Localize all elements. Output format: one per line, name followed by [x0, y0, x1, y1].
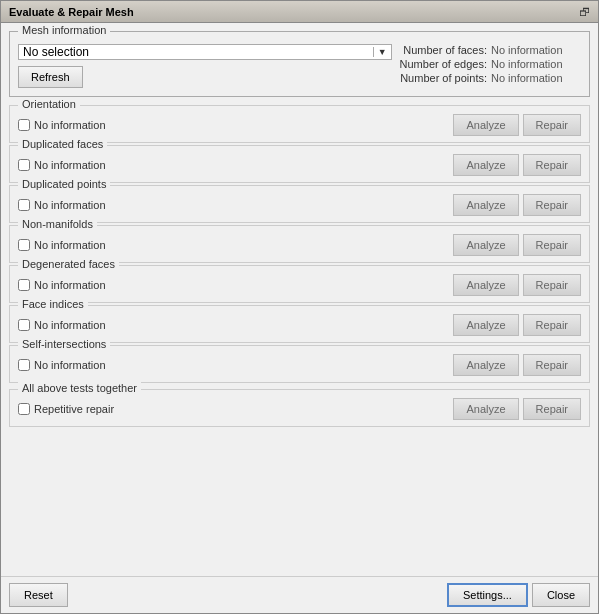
mesh-info-group: Mesh information No selection ▼ Refresh …: [9, 31, 590, 97]
section-checkbox-degenerated-faces[interactable]: [18, 279, 30, 291]
all-tests-repair-button[interactable]: Repair: [523, 398, 581, 420]
analyze-button-non-manifolds[interactable]: Analyze: [453, 234, 518, 256]
section-label-face-indices: No information: [34, 319, 106, 331]
mesh-stats: Number of faces: No information Number o…: [400, 44, 581, 88]
edges-stat: Number of edges: No information: [400, 58, 581, 70]
restore-icon[interactable]: 🗗: [579, 6, 590, 18]
section-buttons-duplicated-faces: Analyze Repair: [453, 154, 581, 176]
all-tests-buttons: Analyze Repair: [453, 398, 581, 420]
edges-label: Number of edges:: [400, 58, 487, 70]
refresh-button[interactable]: Refresh: [18, 66, 83, 88]
analyze-button-self-intersections[interactable]: Analyze: [453, 354, 518, 376]
section-buttons-degenerated-faces: Analyze Repair: [453, 274, 581, 296]
section-buttons-non-manifolds: Analyze Repair: [453, 234, 581, 256]
analyze-button-face-indices[interactable]: Analyze: [453, 314, 518, 336]
footer-left: Reset: [9, 583, 68, 607]
section-left-duplicated-points: No information: [18, 199, 106, 211]
section-content-self-intersections: No information Analyze Repair: [18, 354, 581, 376]
analyze-button-orientation[interactable]: Analyze: [453, 114, 518, 136]
section-buttons-face-indices: Analyze Repair: [453, 314, 581, 336]
points-value: No information: [491, 72, 581, 84]
main-content: Mesh information No selection ▼ Refresh …: [1, 23, 598, 576]
section-checkbox-duplicated-points[interactable]: [18, 199, 30, 211]
section-content-non-manifolds: No information Analyze Repair: [18, 234, 581, 256]
section-checkbox-self-intersections[interactable]: [18, 359, 30, 371]
repair-button-orientation[interactable]: Repair: [523, 114, 581, 136]
main-window: Evaluate & Repair Mesh 🗗 Mesh informatio…: [0, 0, 599, 614]
reset-button[interactable]: Reset: [9, 583, 68, 607]
analyze-button-degenerated-faces[interactable]: Analyze: [453, 274, 518, 296]
dropdown-arrow-icon: ▼: [373, 47, 387, 57]
all-tests-analyze-button[interactable]: Analyze: [453, 398, 518, 420]
section-left-degenerated-faces: No information: [18, 279, 106, 291]
repair-button-duplicated-points[interactable]: Repair: [523, 194, 581, 216]
section-content-duplicated-points: No information Analyze Repair: [18, 194, 581, 216]
section-content-face-indices: No information Analyze Repair: [18, 314, 581, 336]
section-buttons-self-intersections: Analyze Repair: [453, 354, 581, 376]
section-content-orientation: No information Analyze Repair: [18, 114, 581, 136]
section-title-face-indices: Face indices: [18, 298, 88, 310]
footer-right: Settings... Close: [447, 583, 590, 607]
section-title-orientation: Orientation: [18, 98, 80, 110]
close-button[interactable]: Close: [532, 583, 590, 607]
faces-stat: Number of faces: No information: [400, 44, 581, 56]
section-checkbox-non-manifolds[interactable]: [18, 239, 30, 251]
section-buttons-orientation: Analyze Repair: [453, 114, 581, 136]
section-checkbox-face-indices[interactable]: [18, 319, 30, 331]
section-label-self-intersections: No information: [34, 359, 106, 371]
section-left-non-manifolds: No information: [18, 239, 106, 251]
section-left-duplicated-faces: No information: [18, 159, 106, 171]
analyze-button-duplicated-faces[interactable]: Analyze: [453, 154, 518, 176]
section-content-degenerated-faces: No information Analyze Repair: [18, 274, 581, 296]
settings-button[interactable]: Settings...: [447, 583, 528, 607]
section-label-non-manifolds: No information: [34, 239, 106, 251]
section-checkbox-duplicated-faces[interactable]: [18, 159, 30, 171]
footer: Reset Settings... Close: [1, 576, 598, 613]
all-tests-checkbox-label: Repetitive repair: [34, 403, 114, 415]
sections-container: Orientation No information Analyze Repai…: [9, 105, 590, 385]
all-tests-group: All above tests together Repetitive repa…: [9, 389, 590, 427]
section-label-duplicated-faces: No information: [34, 159, 106, 171]
repair-button-degenerated-faces[interactable]: Repair: [523, 274, 581, 296]
dropdown-value: No selection: [23, 45, 89, 59]
section-title-non-manifolds: Non-manifolds: [18, 218, 97, 230]
repair-button-duplicated-faces[interactable]: Repair: [523, 154, 581, 176]
section-checkbox-orientation[interactable]: [18, 119, 30, 131]
section-title-duplicated-points: Duplicated points: [18, 178, 110, 190]
section-buttons-duplicated-points: Analyze Repair: [453, 194, 581, 216]
faces-value: No information: [491, 44, 581, 56]
mesh-info-title: Mesh information: [18, 24, 110, 36]
section-left-orientation: No information: [18, 119, 106, 131]
repair-button-self-intersections[interactable]: Repair: [523, 354, 581, 376]
all-tests-checkbox[interactable]: [18, 403, 30, 415]
section-label-degenerated-faces: No information: [34, 279, 106, 291]
section-title-duplicated-faces: Duplicated faces: [18, 138, 107, 150]
section-left-self-intersections: No information: [18, 359, 106, 371]
mesh-dropdown[interactable]: No selection ▼: [18, 44, 392, 60]
window-title: Evaluate & Repair Mesh: [9, 6, 134, 18]
title-bar: Evaluate & Repair Mesh 🗗: [1, 1, 598, 23]
all-tests-title: All above tests together: [18, 382, 141, 394]
faces-label: Number of faces:: [403, 44, 487, 56]
all-tests-content: Repetitive repair Analyze Repair: [18, 398, 581, 420]
repair-button-non-manifolds[interactable]: Repair: [523, 234, 581, 256]
analyze-button-duplicated-points[interactable]: Analyze: [453, 194, 518, 216]
section-left-face-indices: No information: [18, 319, 106, 331]
all-tests-left: Repetitive repair: [18, 403, 114, 415]
section-title-self-intersections: Self-intersections: [18, 338, 110, 350]
section-label-orientation: No information: [34, 119, 106, 131]
edges-value: No information: [491, 58, 581, 70]
section-degenerated-faces: Degenerated faces No information Analyze…: [9, 265, 590, 303]
points-label: Number of points:: [400, 72, 487, 84]
section-label-duplicated-points: No information: [34, 199, 106, 211]
points-stat: Number of points: No information: [400, 72, 581, 84]
section-content-duplicated-faces: No information Analyze Repair: [18, 154, 581, 176]
section-self-intersections: Self-intersections No information Analyz…: [9, 345, 590, 383]
repair-button-face-indices[interactable]: Repair: [523, 314, 581, 336]
section-title-degenerated-faces: Degenerated faces: [18, 258, 119, 270]
